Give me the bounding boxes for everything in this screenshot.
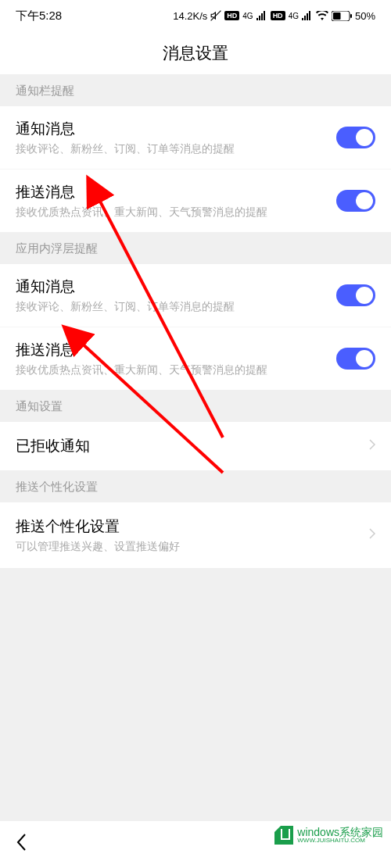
notification-message-row-2[interactable]: 通知消息 接收评论、新粉丝、订阅、订单等消息的提醒: [0, 264, 391, 327]
mute-icon: [210, 10, 221, 21]
signal-icon-1: [256, 11, 267, 20]
status-bar: 下午5:28 14.2K/s HD 4G HD 4G 50%: [0, 0, 391, 31]
signal-4g-2: 4G: [289, 12, 299, 20]
push-message-row-1[interactable]: 推送消息 接收优质热点资讯、重大新闻、天气预警消息的提醒: [0, 169, 391, 232]
notification-message-toggle-2[interactable]: [336, 284, 375, 306]
hd-badge-1: HD: [224, 11, 239, 20]
setting-desc: 接收优质热点资讯、重大新闻、天气预警消息的提醒: [16, 363, 336, 377]
notification-message-toggle-1[interactable]: [336, 127, 375, 148]
watermark-url: WWW.JUISHAITU.COM: [297, 838, 383, 844]
signal-icon-2: [302, 11, 313, 20]
setting-desc: 接收评论、新粉丝、订阅、订单等消息的提醒: [16, 300, 336, 314]
battery-icon: [332, 11, 352, 21]
nav-title: 已拒收通知: [16, 436, 90, 456]
setting-title: 推送消息: [16, 182, 336, 202]
section-header-notification-bar: 通知栏提醒: [0, 74, 391, 106]
watermark: windows系统家园 WWW.JUISHAITU.COM: [274, 826, 383, 845]
wifi-icon: [316, 11, 328, 20]
setting-desc: 接收评论、新粉丝、订阅、订单等消息的提醒: [16, 142, 336, 156]
push-message-toggle-1[interactable]: [336, 190, 375, 212]
watermark-logo-icon: [274, 826, 293, 845]
setting-text: 推送消息 接收优质热点资讯、重大新闻、天气预警消息的提醒: [16, 340, 336, 377]
section-header-in-app: 应用内浮层提醒: [0, 232, 391, 264]
signal-4g-1: 4G: [242, 12, 253, 20]
setting-text: 通知消息 接收评论、新粉丝、订阅、订单等消息的提醒: [16, 277, 336, 314]
svg-rect-3: [350, 14, 352, 18]
status-indicators: 14.2K/s HD 4G HD 4G 50%: [173, 10, 375, 22]
section-header-notification-settings: 通知设置: [0, 390, 391, 422]
chevron-right-icon: [369, 528, 375, 542]
rejected-notifications-row[interactable]: 已拒收通知: [0, 422, 391, 470]
battery-percent: 50%: [355, 10, 375, 22]
setting-title: 通知消息: [16, 119, 336, 139]
svg-rect-2: [333, 13, 341, 20]
setting-text: 推送消息 接收优质热点资讯、重大新闻、天气预警消息的提醒: [16, 182, 336, 220]
watermark-title: windows系统家园: [297, 827, 383, 838]
hd-badge-2: HD: [271, 11, 285, 20]
setting-text: 通知消息 接收评论、新粉丝、订阅、订单等消息的提醒: [16, 119, 336, 156]
setting-title: 通知消息: [16, 277, 336, 297]
push-message-toggle-2[interactable]: [336, 348, 375, 370]
notification-message-row-1[interactable]: 通知消息 接收评论、新粉丝、订阅、订单等消息的提醒: [0, 106, 391, 169]
nav-desc: 可以管理推送兴趣、设置推送偏好: [16, 537, 180, 554]
setting-desc: 接收优质热点资讯、重大新闻、天气预警消息的提醒: [16, 205, 336, 220]
push-message-row-2[interactable]: 推送消息 接收优质热点资讯、重大新闻、天气预警消息的提醒: [0, 327, 391, 390]
nav-text: 推送个性化设置 可以管理推送兴趣、设置推送偏好: [16, 516, 180, 554]
watermark-text: windows系统家园 WWW.JUISHAITU.COM: [297, 827, 383, 844]
chevron-right-icon: [369, 439, 375, 453]
nav-title: 推送个性化设置: [16, 516, 180, 537]
page-title: 消息设置: [0, 31, 391, 74]
setting-title: 推送消息: [16, 340, 336, 360]
status-time: 下午5:28: [16, 9, 62, 23]
network-speed: 14.2K/s: [173, 10, 207, 22]
push-personalization-row[interactable]: 推送个性化设置 可以管理推送兴趣、设置推送偏好: [0, 502, 391, 568]
back-button[interactable]: [16, 833, 27, 857]
section-header-personalization: 推送个性化设置: [0, 470, 391, 502]
